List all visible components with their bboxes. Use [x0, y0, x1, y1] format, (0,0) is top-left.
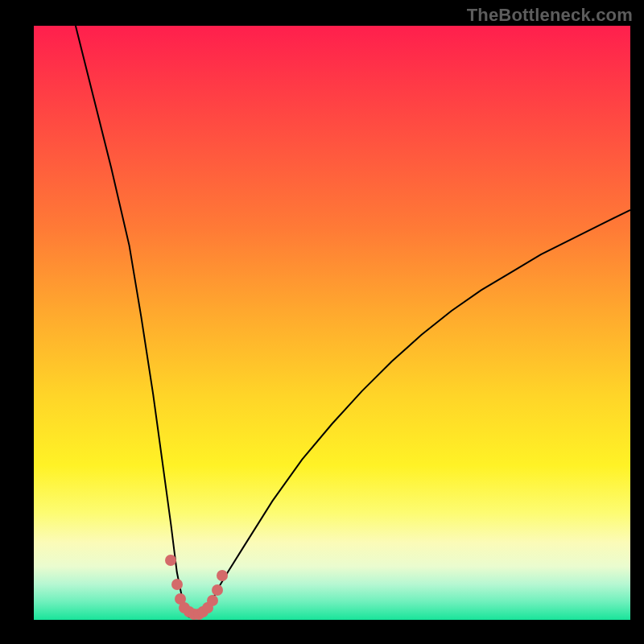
- chart-frame: TheBottleneck.com: [0, 0, 644, 644]
- highlight-dot: [212, 584, 223, 596]
- highlight-dot: [207, 595, 218, 606]
- highlight-dot: [217, 570, 228, 581]
- highlight-dot: [171, 579, 183, 590]
- watermark-label: TheBottleneck.com: [467, 5, 633, 26]
- plot-area: [34, 26, 630, 620]
- highlight-dot: [165, 555, 176, 566]
- highlight-dots-layer: [34, 26, 630, 620]
